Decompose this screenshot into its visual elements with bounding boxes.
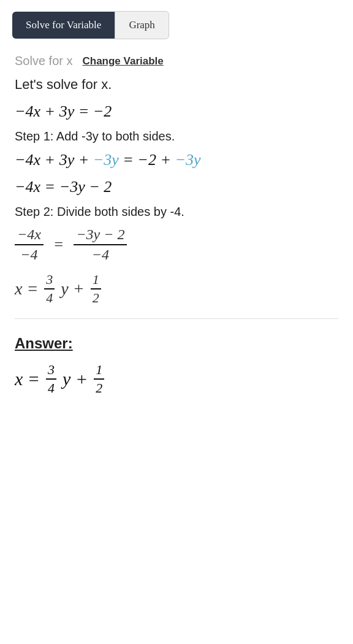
answer-frac2-den: 2 <box>94 380 104 396</box>
answer-x: x = <box>15 369 40 389</box>
result-fraction2: 1 2 <box>91 272 101 306</box>
solve-for-variable-button[interactable]: Solve for Variable <box>12 12 115 39</box>
answer-fraction1: 3 4 <box>46 362 56 396</box>
answer-section: Answer: x = 3 4 y + 1 2 <box>15 331 338 396</box>
answer-frac2-num: 1 <box>94 362 104 380</box>
result-frac1-den: 4 <box>44 289 55 306</box>
change-variable-link[interactable]: Change Variable <box>82 55 163 67</box>
step2-label: Step 2: Divide both sides by -4. <box>15 205 338 219</box>
answer-fraction2: 1 2 <box>94 362 104 396</box>
result-fraction1: 3 4 <box>44 272 55 306</box>
step1-highlight2: −3y <box>175 151 200 169</box>
step2-left-denominator: −4 <box>18 245 40 263</box>
answer-y: y + <box>63 369 88 389</box>
intro-text: Let's solve for x. <box>15 77 338 93</box>
original-equation: −4x + 3y = −2 <box>15 102 338 121</box>
header: Solve for Variable Graph <box>0 0 353 48</box>
step1-result: −4x = −3y − 2 <box>15 178 338 196</box>
step2-right-numerator: −3y − 2 <box>74 226 127 245</box>
answer-equation: x = 3 4 y + 1 2 <box>15 362 338 396</box>
step1-highlight1: −3y <box>93 151 119 169</box>
graph-button[interactable]: Graph <box>115 11 169 39</box>
result-frac1-num: 3 <box>44 272 55 289</box>
step2-right-fraction: −3y − 2 −4 <box>74 226 127 263</box>
divider <box>15 318 338 319</box>
main-content: Solve for x Change Variable Let's solve … <box>0 48 353 415</box>
answer-frac1-den: 4 <box>46 380 56 396</box>
step1-label: Step 1: Add -3y to both sides. <box>15 129 338 144</box>
result-frac2-den: 2 <box>91 289 101 306</box>
answer-frac1-num: 3 <box>46 362 56 380</box>
step1-equation: −4x + 3y + −3y = −2 + −3y <box>15 151 338 169</box>
step2-equation: −4x −4 = −3y − 2 −4 <box>15 226 338 263</box>
result-y: y + <box>61 279 84 299</box>
step2-equals: = <box>53 236 64 254</box>
solve-header: Solve for x Change Variable <box>15 54 338 68</box>
solve-for-label: Solve for x <box>15 54 72 68</box>
step1-left: −4x + 3y + <box>15 151 93 169</box>
step1-mid: = −2 + <box>119 151 175 169</box>
step2-left-numerator: −4x <box>15 226 44 245</box>
step2-left-fraction: −4x −4 <box>15 226 44 263</box>
result-line: x = 3 4 y + 1 2 <box>15 272 338 306</box>
result-frac2-num: 1 <box>91 272 101 289</box>
result-x: x = <box>15 279 38 299</box>
step2-right-denominator: −4 <box>89 245 112 263</box>
answer-label: Answer: <box>15 335 338 352</box>
